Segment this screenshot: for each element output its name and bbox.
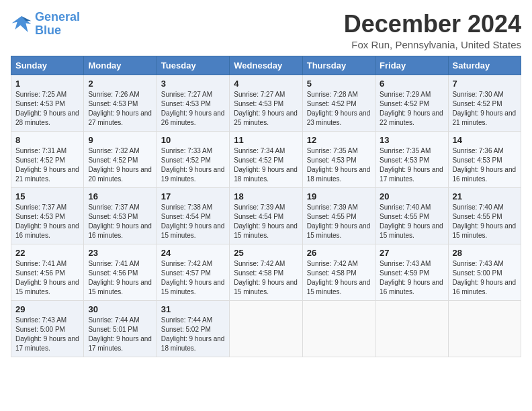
weekday-header: Friday (375, 56, 448, 75)
day-number: 9 (88, 135, 152, 145)
day-number: 4 (234, 79, 298, 89)
calendar-cell: 31Sunrise: 7:44 AM Sunset: 5:02 PM Dayli… (157, 300, 229, 357)
day-number: 8 (15, 135, 79, 145)
day-number: 3 (161, 79, 225, 89)
calendar-cell: 22Sunrise: 7:41 AM Sunset: 4:56 PM Dayli… (11, 244, 84, 300)
weekday-header: Thursday (302, 56, 375, 75)
calendar-cell: 1Sunrise: 7:25 AM Sunset: 4:53 PM Daylig… (11, 75, 84, 131)
day-number: 5 (307, 79, 371, 89)
day-number: 23 (88, 248, 152, 258)
day-info: Sunrise: 7:41 AM Sunset: 4:56 PM Dayligh… (88, 259, 152, 297)
calendar-cell: 15Sunrise: 7:37 AM Sunset: 4:53 PM Dayli… (11, 187, 84, 244)
calendar: SundayMondayTuesdayWednesdayThursdayFrid… (11, 56, 521, 357)
calendar-cell: 6Sunrise: 7:29 AM Sunset: 4:52 PM Daylig… (375, 75, 448, 131)
day-number: 7 (453, 79, 517, 89)
day-number: 25 (234, 248, 298, 258)
calendar-header: SundayMondayTuesdayWednesdayThursdayFrid… (11, 56, 521, 75)
calendar-week: 8Sunrise: 7:31 AM Sunset: 4:52 PM Daylig… (11, 131, 521, 187)
calendar-cell: 18Sunrise: 7:39 AM Sunset: 4:54 PM Dayli… (230, 187, 302, 244)
day-info: Sunrise: 7:27 AM Sunset: 4:53 PM Dayligh… (234, 90, 298, 128)
weekday-header: Saturday (448, 56, 521, 75)
day-info: Sunrise: 7:37 AM Sunset: 4:53 PM Dayligh… (88, 203, 152, 240)
day-info: Sunrise: 7:42 AM Sunset: 4:58 PM Dayligh… (307, 259, 371, 297)
logo-icon (11, 13, 32, 35)
day-number: 30 (88, 304, 152, 314)
day-info: Sunrise: 7:41 AM Sunset: 4:56 PM Dayligh… (15, 259, 79, 297)
day-number: 15 (15, 191, 79, 201)
day-number: 19 (307, 191, 371, 201)
day-number: 24 (161, 248, 225, 258)
day-number: 26 (307, 248, 371, 258)
calendar-cell: 28Sunrise: 7:43 AM Sunset: 5:00 PM Dayli… (448, 244, 521, 300)
calendar-cell: 21Sunrise: 7:40 AM Sunset: 4:55 PM Dayli… (448, 187, 521, 244)
day-number: 18 (234, 191, 298, 201)
day-number: 12 (307, 135, 371, 145)
day-number: 22 (15, 248, 79, 258)
calendar-cell: 16Sunrise: 7:37 AM Sunset: 4:53 PM Dayli… (84, 187, 157, 244)
day-number: 20 (380, 191, 443, 201)
day-info: Sunrise: 7:32 AM Sunset: 4:52 PM Dayligh… (88, 146, 152, 184)
calendar-week: 1Sunrise: 7:25 AM Sunset: 4:53 PM Daylig… (11, 75, 521, 131)
calendar-cell: 20Sunrise: 7:40 AM Sunset: 4:55 PM Dayli… (375, 187, 448, 244)
day-info: Sunrise: 7:43 AM Sunset: 4:59 PM Dayligh… (380, 259, 443, 297)
day-number: 1 (15, 79, 79, 89)
day-info: Sunrise: 7:25 AM Sunset: 4:53 PM Dayligh… (15, 90, 79, 128)
calendar-cell (302, 300, 375, 357)
day-info: Sunrise: 7:35 AM Sunset: 4:53 PM Dayligh… (380, 146, 443, 184)
title-area: December 2024 Fox Run, Pennsylvania, Uni… (344, 11, 521, 50)
calendar-cell: 7Sunrise: 7:30 AM Sunset: 4:52 PM Daylig… (448, 75, 521, 131)
day-number: 14 (453, 135, 517, 145)
calendar-cell: 27Sunrise: 7:43 AM Sunset: 4:59 PM Dayli… (375, 244, 448, 300)
calendar-cell: 8Sunrise: 7:31 AM Sunset: 4:52 PM Daylig… (11, 131, 84, 187)
day-info: Sunrise: 7:38 AM Sunset: 4:54 PM Dayligh… (161, 203, 225, 240)
day-number: 6 (380, 79, 443, 89)
day-info: Sunrise: 7:28 AM Sunset: 4:52 PM Dayligh… (307, 90, 371, 128)
weekday-header: Tuesday (157, 56, 229, 75)
calendar-cell: 13Sunrise: 7:35 AM Sunset: 4:53 PM Dayli… (375, 131, 448, 187)
calendar-cell: 12Sunrise: 7:35 AM Sunset: 4:53 PM Dayli… (302, 131, 375, 187)
calendar-week: 29Sunrise: 7:43 AM Sunset: 5:00 PM Dayli… (11, 300, 521, 357)
calendar-cell: 25Sunrise: 7:42 AM Sunset: 4:58 PM Dayli… (230, 244, 302, 300)
day-number: 28 (453, 248, 517, 258)
day-info: Sunrise: 7:44 AM Sunset: 5:01 PM Dayligh… (88, 316, 152, 353)
calendar-week: 22Sunrise: 7:41 AM Sunset: 4:56 PM Dayli… (11, 244, 521, 300)
day-number: 27 (380, 248, 443, 258)
calendar-cell: 3Sunrise: 7:27 AM Sunset: 4:53 PM Daylig… (157, 75, 229, 131)
calendar-week: 15Sunrise: 7:37 AM Sunset: 4:53 PM Dayli… (11, 187, 521, 244)
calendar-cell: 10Sunrise: 7:33 AM Sunset: 4:52 PM Dayli… (157, 131, 229, 187)
day-info: Sunrise: 7:37 AM Sunset: 4:53 PM Dayligh… (15, 203, 79, 240)
logo-text: General Blue (35, 11, 80, 38)
day-number: 16 (88, 191, 152, 201)
header: General Blue December 2024 Fox Run, Penn… (11, 11, 521, 50)
calendar-cell: 24Sunrise: 7:42 AM Sunset: 4:57 PM Dayli… (157, 244, 229, 300)
svg-marker-0 (12, 16, 32, 32)
day-info: Sunrise: 7:40 AM Sunset: 4:55 PM Dayligh… (453, 203, 517, 240)
day-number: 29 (15, 304, 79, 314)
day-number: 13 (380, 135, 443, 145)
day-info: Sunrise: 7:26 AM Sunset: 4:53 PM Dayligh… (88, 90, 152, 128)
calendar-cell: 5Sunrise: 7:28 AM Sunset: 4:52 PM Daylig… (302, 75, 375, 131)
calendar-cell: 19Sunrise: 7:39 AM Sunset: 4:55 PM Dayli… (302, 187, 375, 244)
calendar-body: 1Sunrise: 7:25 AM Sunset: 4:53 PM Daylig… (11, 75, 521, 357)
day-info: Sunrise: 7:27 AM Sunset: 4:53 PM Dayligh… (161, 90, 225, 128)
weekday-header: Monday (84, 56, 157, 75)
day-info: Sunrise: 7:44 AM Sunset: 5:02 PM Dayligh… (161, 316, 225, 353)
weekday-header: Sunday (11, 56, 84, 75)
calendar-cell: 23Sunrise: 7:41 AM Sunset: 4:56 PM Dayli… (84, 244, 157, 300)
day-info: Sunrise: 7:43 AM Sunset: 5:00 PM Dayligh… (15, 316, 79, 353)
day-info: Sunrise: 7:29 AM Sunset: 4:52 PM Dayligh… (380, 90, 443, 128)
calendar-cell: 17Sunrise: 7:38 AM Sunset: 4:54 PM Dayli… (157, 187, 229, 244)
day-info: Sunrise: 7:35 AM Sunset: 4:53 PM Dayligh… (307, 146, 371, 184)
day-info: Sunrise: 7:43 AM Sunset: 5:00 PM Dayligh… (453, 259, 517, 297)
calendar-cell: 14Sunrise: 7:36 AM Sunset: 4:53 PM Dayli… (448, 131, 521, 187)
day-info: Sunrise: 7:33 AM Sunset: 4:52 PM Dayligh… (161, 146, 225, 184)
calendar-cell: 4Sunrise: 7:27 AM Sunset: 4:53 PM Daylig… (230, 75, 302, 131)
day-info: Sunrise: 7:31 AM Sunset: 4:52 PM Dayligh… (15, 146, 79, 184)
calendar-cell: 26Sunrise: 7:42 AM Sunset: 4:58 PM Dayli… (302, 244, 375, 300)
day-info: Sunrise: 7:36 AM Sunset: 4:53 PM Dayligh… (453, 146, 517, 184)
day-number: 11 (234, 135, 298, 145)
month-title: December 2024 (344, 11, 521, 38)
day-info: Sunrise: 7:40 AM Sunset: 4:55 PM Dayligh… (380, 203, 443, 240)
day-number: 10 (161, 135, 225, 145)
day-info: Sunrise: 7:42 AM Sunset: 4:57 PM Dayligh… (161, 259, 225, 297)
